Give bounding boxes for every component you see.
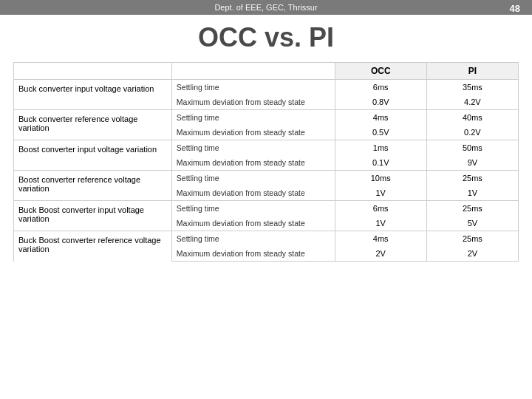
table-wrap: OCC PI Buck converter input voltage vari… — [0, 62, 532, 262]
metric-label: Maximum deviation from steady state — [171, 95, 335, 110]
occ-value: 4ms — [335, 231, 426, 247]
pi-value: 25ms — [426, 171, 518, 186]
table-row: Buck Boost converter reference voltage v… — [14, 231, 519, 247]
col-header-occ: OCC — [335, 63, 426, 80]
table-row: Buck converter reference voltage variati… — [14, 110, 519, 126]
occ-value: 0.5V — [335, 125, 426, 140]
pi-value: 35ms — [426, 80, 518, 95]
metric-label: Maximum deviation from steady state — [171, 155, 335, 171]
occ-value: 2V — [335, 246, 426, 262]
metric-label: Settling time — [171, 80, 335, 95]
metric-label: Maximum deviation from steady state — [171, 246, 335, 262]
row-label: Boost converter input voltage variation — [14, 140, 172, 171]
row-label: Boost converter reference voltage variat… — [14, 171, 172, 201]
col-header-empty1 — [14, 63, 172, 80]
occ-value: 4ms — [335, 110, 426, 126]
table-row: Buck Boost converter input voltage varia… — [14, 201, 519, 216]
header-bar: Dept. of EEE, GEC, Thrissur 48 — [0, 0, 532, 15]
occ-value: 6ms — [335, 201, 426, 216]
pi-value: 4.2V — [426, 95, 518, 110]
metric-label: Settling time — [171, 171, 335, 186]
metric-label: Settling time — [171, 201, 335, 216]
pi-value: 25ms — [426, 231, 518, 247]
page-number: 48 — [510, 3, 520, 14]
pi-value: 25ms — [426, 201, 518, 216]
pi-value: 2V — [426, 246, 518, 262]
metric-label: Maximum deviation from steady state — [171, 125, 335, 140]
pi-value: 40ms — [426, 110, 518, 126]
occ-value: 6ms — [335, 80, 426, 95]
metric-label: Settling time — [171, 140, 335, 156]
row-label: Buck Boost converter input voltage varia… — [14, 201, 172, 231]
pi-value: 1V — [426, 185, 518, 201]
dept-label: Dept. of EEE, GEC, Thrissur — [214, 3, 317, 12]
page-title: OCC vs. PI — [0, 22, 532, 53]
table-row: Buck converter input voltage variationSe… — [14, 80, 519, 95]
row-label: Buck converter reference voltage variati… — [14, 110, 172, 140]
occ-value: 1V — [335, 185, 426, 201]
occ-value: 1ms — [335, 140, 426, 156]
table-row: Boost converter input voltage variationS… — [14, 140, 519, 156]
occ-value: 0.8V — [335, 95, 426, 110]
metric-label: Maximum deviation from steady state — [171, 185, 335, 201]
occ-value: 1V — [335, 216, 426, 231]
row-label: Buck Boost converter reference voltage v… — [14, 231, 172, 262]
metric-label: Maximum deviation from steady state — [171, 216, 335, 231]
pi-value: 5V — [426, 216, 518, 231]
occ-value: 0.1V — [335, 155, 426, 171]
col-header-pi: PI — [426, 63, 518, 80]
pi-value: 50ms — [426, 140, 518, 156]
occ-value: 10ms — [335, 171, 426, 186]
col-header-empty2 — [171, 63, 335, 80]
comparison-table: OCC PI Buck converter input voltage vari… — [13, 62, 519, 262]
table-row: Boost converter reference voltage variat… — [14, 171, 519, 186]
metric-label: Settling time — [171, 231, 335, 247]
row-label: Buck converter input voltage variation — [14, 80, 172, 110]
pi-value: 9V — [426, 155, 518, 171]
pi-value: 0.2V — [426, 125, 518, 140]
metric-label: Settling time — [171, 110, 335, 126]
